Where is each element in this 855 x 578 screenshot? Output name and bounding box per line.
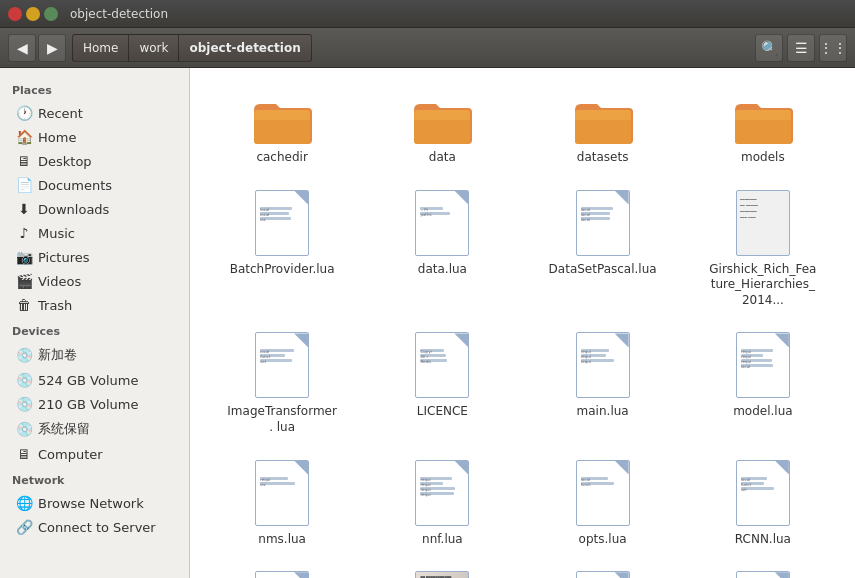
file-item-svmtrainer[interactable]: localfunctselSVMTrainer.lua [687,563,839,578]
trash-icon: 🗑 [16,297,32,313]
file-item-spp-lua[interactable]: locallocalSPP.lua [527,563,679,578]
breadcrumb-item-work[interactable]: work [128,34,178,62]
sidebar-item-desktop[interactable]: 🖥Desktop [0,149,189,173]
sidebar-label-desktop: Desktop [38,154,92,169]
sidebar-item-browse-network[interactable]: 🌐Browse Network [0,491,189,515]
selectivesearch-icon: ██ ██████████████████ ████████ █████ ███… [415,571,469,578]
girshick-icon: ━━━━━━━━━ ━━━━━━━━━━━━━━━ ━━━ [736,190,790,258]
vol-210-icon: 💿 [16,396,32,412]
sidebar-label-pictures: Pictures [38,250,89,265]
sidebar-item-recent[interactable]: 🕐Recent [0,101,189,125]
model-lua-icon: requirequirequilocal [736,332,790,400]
view-grid-button[interactable]: ⋮⋮ [819,34,847,62]
rcnn-lua-icon: localfunctsel [736,460,790,528]
data-label: data [429,150,456,166]
licence-icon: CopyrAll rRedis [415,332,469,400]
window-title: object-detection [70,7,168,21]
home-icon: 🏠 [16,129,32,145]
models-label: models [741,150,785,166]
datasetpascal-label: DataSetPascal.lua [549,262,657,278]
toolbar-right: 🔍 ☰ ⋮⋮ [755,34,847,62]
file-item-batchprovider[interactable]: locallocallocBatchProvider.lua [206,182,358,317]
spp-lua-icon: locallocal [576,571,630,578]
file-item-selectivesearch[interactable]: ██ ██████████████████ ████████ █████ ███… [366,563,518,578]
main-lua-label: main.lua [577,404,629,420]
sidebar-label-system-save: 系统保留 [38,420,90,438]
sidebar-item-documents[interactable]: 📄Documents [0,173,189,197]
datasetpascal-icon: locallocallocal [576,190,630,258]
data-lua-icon: .. Prpaths [415,190,469,258]
sidebar: Places🕐Recent🏠Home🖥Desktop📄Documents⬇Dow… [0,68,190,578]
close-button[interactable] [8,7,22,21]
models-folder-icon [731,92,795,146]
datasets-label: datasets [577,150,629,166]
sidebar-item-connect-server[interactable]: 🔗Connect to Server [0,515,189,539]
maximize-button[interactable] [44,7,58,21]
svg-rect-3 [414,110,470,120]
breadcrumb-item-object-detection[interactable]: object-detection [178,34,311,62]
recent-icon: 🕐 [16,105,32,121]
sidebar-label-music: Music [38,226,75,241]
nnf-lua-label: nnf.lua [422,532,463,548]
sidebar-item-vol-210[interactable]: 💿210 GB Volume [0,392,189,416]
sidebar-item-pictures[interactable]: 📷Pictures [0,245,189,269]
model-lua-label: model.lua [733,404,792,420]
sidebar-item-downloads[interactable]: ⬇Downloads [0,197,189,221]
file-item-readme[interactable]: ## ObImpleREADME.md [206,563,358,578]
sidebar-label-vol-210: 210 GB Volume [38,397,138,412]
sidebar-label-documents: Documents [38,178,112,193]
imagetransformer-label: ImageTransformer. lua [227,404,337,435]
data-folder-icon [410,92,474,146]
sidebar-item-trash[interactable]: 🗑Trash [0,293,189,317]
sidebar-label-trash: Trash [38,298,72,313]
file-item-imagetransformer[interactable]: localfunctselImageTransformer. lua [206,324,358,443]
sidebar-item-music[interactable]: ♪Music [0,221,189,245]
cachedir-folder-icon [250,92,314,146]
sidebar-label-connect-server: Connect to Server [38,520,156,535]
back-button[interactable]: ◀ [8,34,36,62]
opts-lua-label: opts.lua [579,532,627,548]
file-item-nms-lua[interactable]: requilocnms.lua [206,452,358,556]
videos-icon: 🎬 [16,273,32,289]
sidebar-item-vol-524[interactable]: 💿524 GB Volume [0,368,189,392]
svg-rect-5 [575,110,631,120]
view-list-button[interactable]: ☰ [787,34,815,62]
data-lua-label: data.lua [418,262,467,278]
file-item-nnf-lua[interactable]: requirequirequirequinnf.lua [366,452,518,556]
minimize-button[interactable] [26,7,40,21]
search-button[interactable]: 🔍 [755,34,783,62]
svmtrainer-icon: localfunctsel [736,571,790,578]
breadcrumb-item-home[interactable]: Home [72,34,128,62]
file-item-rcnn-lua[interactable]: localfunctselRCNN.lua [687,452,839,556]
rcnn-lua-label: RCNN.lua [735,532,791,548]
sidebar-item-home[interactable]: 🏠Home [0,125,189,149]
datasets-folder-icon [571,92,635,146]
file-item-datasets[interactable]: datasets [527,84,679,174]
file-item-models[interactable]: models [687,84,839,174]
breadcrumb: Homeworkobject-detection [72,34,749,62]
licence-label: LICENCE [417,404,468,420]
file-item-girshick[interactable]: ━━━━━━━━━ ━━━━━━━━━━━━━━━ ━━━Girshick_Ri… [687,182,839,317]
file-item-datasetpascal[interactable]: locallocallocalDataSetPascal.lua [527,182,679,317]
file-item-main-lua[interactable]: requirequirequimain.lua [527,324,679,443]
sidebar-item-system-save[interactable]: 💿系统保留 [0,416,189,442]
file-item-opts-lua[interactable]: localfunctopts.lua [527,452,679,556]
sidebar-item-computer[interactable]: 🖥Computer [0,442,189,466]
file-item-licence[interactable]: CopyrAll rRedisLICENCE [366,324,518,443]
sidebar-label-recent: Recent [38,106,83,121]
window-controls[interactable] [8,7,58,21]
sidebar-label-browse-network: Browse Network [38,496,144,511]
imagetransformer-icon: localfunctsel [255,332,309,400]
connect-server-icon: 🔗 [16,519,32,535]
file-item-data[interactable]: data [366,84,518,174]
new-vol-icon: 💿 [16,347,32,363]
sidebar-item-videos[interactable]: 🎬Videos [0,269,189,293]
sidebar-section-network: Network [0,466,189,491]
music-icon: ♪ [16,225,32,241]
file-item-data-lua[interactable]: .. Prpathsdata.lua [366,182,518,317]
file-item-cachedir[interactable]: cachedir [206,84,358,174]
file-item-model-lua[interactable]: requirequirequilocalmodel.lua [687,324,839,443]
batchprovider-label: BatchProvider.lua [230,262,335,278]
sidebar-item-new-vol[interactable]: 💿新加卷 [0,342,189,368]
forward-button[interactable]: ▶ [38,34,66,62]
